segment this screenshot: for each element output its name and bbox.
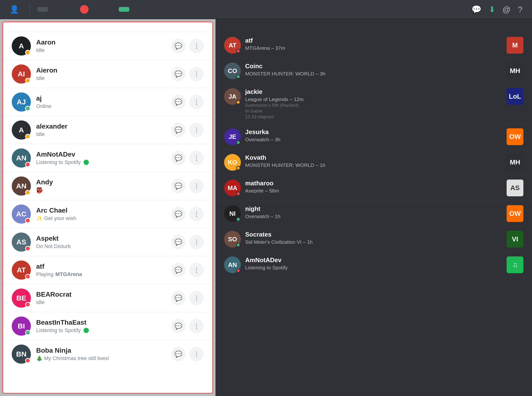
friend-info: atf Playing MTGArena [36,263,171,278]
more-button[interactable]: ⋮ [189,39,204,53]
more-button[interactable]: ⋮ [189,347,204,361]
active-name: Coinc [245,63,504,70]
message-button[interactable]: 💬 [171,95,186,109]
friend-item[interactable]: A alexander Idle 💬 ⋮ [3,116,212,144]
friend-status: Listening to Spotify ♫ [36,159,171,165]
active-status-dot [236,49,240,53]
active-sub3: 12:33 elapsed [245,114,504,119]
friend-name: BeastInThaEast [36,319,171,326]
avatar-wrap: BI [12,316,31,336]
active-game: MTGArena – 37m [245,45,504,51]
friend-info: Aieron Idle [36,67,171,82]
more-button[interactable]: ⋮ [189,67,204,81]
friend-item[interactable]: BN Boba Ninja 🎄 My Christmas tree still … [3,340,212,368]
active-sub1: Summoner's Rift (Ranked) [245,103,504,108]
more-button[interactable]: ⋮ [189,319,204,333]
active-item[interactable]: MA matharoo Aseprite – 58m AS [216,175,532,201]
friend-info: Aspekt Do Not Disturb [36,235,171,250]
status-dot [25,78,30,83]
active-game-icon: ♫ [507,256,523,273]
chat-icon[interactable]: 💬 [471,5,481,14]
friend-item[interactable]: AN Andy 👺 💬 ⋮ [3,172,212,200]
friend-item[interactable]: AJ aj Online 💬 ⋮ [3,88,212,116]
message-button[interactable]: 💬 [171,291,186,305]
message-button[interactable]: 💬 [171,179,186,193]
avatar-wrap: AS [12,233,31,252]
friend-status: 👺 [36,187,171,194]
active-item[interactable]: SO Socrates Sid Meier's Civilization VI … [216,227,532,252]
tab-blocked[interactable] [101,7,111,12]
active-name: Socrates [245,231,504,238]
active-item[interactable]: AN AmNotADev Listening to Spotify ♫ [216,252,532,278]
friend-status: Do Not Disturb [36,243,171,250]
pending-badge [80,5,89,14]
more-button[interactable]: ⋮ [189,95,204,109]
message-button[interactable]: 💬 [171,151,186,165]
friend-name: aj [36,95,171,102]
active-item[interactable]: NI night Overwatch – 1h OW [216,201,532,227]
friend-status: Online [36,103,171,109]
friend-item[interactable]: A Aaron Idle 💬 ⋮ [3,32,212,60]
friend-item[interactable]: AT atf Playing MTGArena 💬 ⋮ [3,256,212,284]
friend-item[interactable]: AI Aieron Idle 💬 ⋮ [3,60,212,88]
message-button[interactable]: 💬 [171,319,186,333]
friend-item[interactable]: AS Aspekt Do Not Disturb 💬 ⋮ [3,228,212,256]
more-button[interactable]: ⋮ [189,263,204,277]
active-item[interactable]: KO Kovath MONSTER HUNTER: WORLD – 1h MH [216,150,532,175]
active-name: jackie [245,88,504,96]
active-item[interactable]: AT atf MTGArena – 37m M [216,33,532,58]
active-info: AmNotADev Listening to Spotify [245,256,504,271]
status-dot [25,50,30,55]
avatar-wrap: AT [12,261,31,280]
message-button[interactable]: 💬 [171,207,186,221]
active-game-icon: M [507,37,523,54]
active-now-header [216,24,532,33]
friend-actions: 💬 ⋮ [171,123,204,137]
message-button[interactable]: 💬 [171,39,186,53]
tab-online[interactable] [37,7,48,12]
more-button[interactable]: ⋮ [189,291,204,305]
friend-item[interactable]: BI BeastInThaEast Listening to Spotify ♫… [3,312,212,340]
active-game: Listening to Spotify [245,265,504,271]
friend-status: 🎄 My Christmas tree still lives! [36,355,171,361]
friend-item[interactable]: AN AmNotADev Listening to Spotify ♫ 💬 ⋮ [3,144,212,172]
status-dot [25,358,30,363]
avatar-wrap: A [12,36,31,56]
active-status-dot [236,217,240,221]
friend-status: Idle [36,299,171,305]
active-name: Kovath [245,154,504,161]
friend-info: Boba Ninja 🎄 My Christmas tree still liv… [36,347,171,361]
more-button[interactable]: ⋮ [189,151,204,165]
message-button[interactable]: 💬 [171,67,186,81]
tab-pending[interactable] [73,3,94,16]
download-icon[interactable]: ⬇ [489,5,495,14]
online-header [3,22,212,32]
more-button[interactable]: ⋮ [189,235,204,249]
at-icon[interactable]: @ [503,5,511,14]
add-friend-button[interactable] [119,7,129,12]
tab-all[interactable] [55,7,66,12]
message-button[interactable]: 💬 [171,263,186,277]
message-button[interactable]: 💬 [171,235,186,249]
active-item[interactable]: JE Jesurka Overwatch – 3h OW [216,124,532,150]
message-button[interactable]: 💬 [171,347,186,361]
avatar-wrap: AN [12,176,31,196]
friend-item[interactable]: AC Arc Chael ✨ Get your wish 💬 ⋮ [3,200,212,228]
friend-name: Arc Chael [36,207,171,214]
active-item[interactable]: JA jackie League of Legends – 12m Summon… [216,84,532,124]
active-name: night [245,205,504,213]
active-avatar-wrap: SO [224,231,241,248]
more-button[interactable]: ⋮ [189,179,204,193]
friend-actions: 💬 ⋮ [171,319,204,333]
active-item[interactable]: CO Coinc MONSTER HUNTER: WORLD – 3h MH [216,58,532,84]
more-button[interactable]: ⋮ [189,123,204,137]
message-button[interactable]: 💬 [171,123,186,137]
nav-divider [30,5,30,14]
more-button[interactable]: ⋮ [189,207,204,221]
help-icon[interactable]: ? [518,5,522,14]
active-game: MONSTER HUNTER: WORLD – 3h [245,71,504,77]
active-avatar-wrap: MA [224,180,241,196]
friend-item[interactable]: BE BEARocrat Idle 💬 ⋮ [3,284,212,312]
active-info: matharoo Aseprite – 58m [245,180,504,194]
active-status-dot [236,268,240,273]
